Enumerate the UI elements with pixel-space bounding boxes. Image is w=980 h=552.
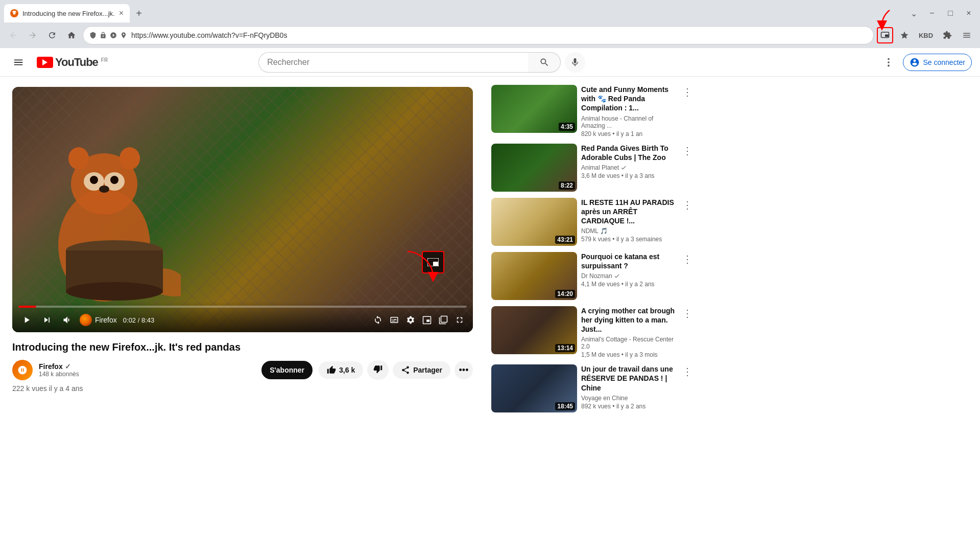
back-button[interactable]	[5, 27, 21, 43]
sidebar-video-item[interactable]: 13:14 A crying mother cat brough her dyi…	[491, 306, 694, 359]
autoplay-button[interactable]	[371, 313, 385, 327]
video-player[interactable]: Firefox 0:02 / 8:43	[12, 87, 473, 332]
close-window-button[interactable]: ×	[962, 6, 976, 20]
sign-in-button[interactable]: Se connecter	[903, 54, 972, 71]
navigation-bar: https://www.youtube.com/watch?v=F-nFQryD…	[0, 22, 980, 48]
home-button[interactable]	[63, 27, 80, 43]
like-button[interactable]: 3,6 k	[319, 361, 363, 379]
volume-button[interactable]	[59, 312, 76, 328]
firefox-menu-button[interactable]	[959, 27, 975, 43]
sidebar-channel-name: Voyage en Chine	[581, 395, 677, 402]
svg-point-13	[68, 147, 89, 170]
sidebar-thumbnail: 43:21	[491, 198, 577, 246]
main-content: Firefox 0:02 / 8:43	[0, 77, 980, 427]
miniplayer-button[interactable]	[420, 313, 434, 327]
svg-point-12	[99, 186, 109, 193]
sidebar-video-item[interactable]: 18:45 Un jour de travail dans une RÉSERV…	[491, 364, 694, 412]
sidebar-thumbnail: 13:14	[491, 306, 577, 354]
red-arrow-pip	[872, 8, 897, 31]
sidebar-video-info: Pourquoi ce katana est surpuissant ? Dr …	[581, 252, 677, 288]
youtube-header: YouTube FR Se connecter	[0, 48, 980, 77]
new-tab-button[interactable]: +	[132, 6, 146, 20]
sidebar-thumbnail: 18:45	[491, 364, 577, 412]
search-bar	[258, 52, 585, 73]
fullscreen-button[interactable]	[452, 313, 467, 327]
channel-info: Firefox ✓ 148 k abonnés	[39, 362, 255, 378]
video-stats: 222 k vues il y a 4 ans	[12, 384, 473, 393]
sidebar-channel-name: Dr Nozman	[581, 272, 677, 280]
reload-button[interactable]	[44, 27, 60, 43]
sidebar-video-title: Cute and Funny Moments with 🐾 Red Panda …	[581, 85, 677, 113]
bookmark-star-button[interactable]	[896, 27, 913, 43]
share-button[interactable]: Partager	[393, 361, 450, 379]
dislike-button[interactable]	[367, 360, 389, 380]
settings-button[interactable]	[403, 313, 418, 327]
search-button[interactable]	[528, 52, 561, 73]
sidebar-video-title: Red Panda Gives Birth To Adorable Cubs |…	[581, 144, 677, 162]
signin-label: Se connecter	[923, 58, 965, 66]
sidebar-more-button[interactable]: ⋮	[681, 144, 694, 158]
tab-close-button[interactable]: ×	[119, 9, 124, 17]
sidebar-more-button[interactable]: ⋮	[681, 364, 694, 379]
tab-title: Introducing the new Firefox...jk.	[22, 10, 115, 17]
sidebar-video-info: Red Panda Gives Birth To Adorable Cubs |…	[581, 144, 677, 179]
sidebar-more-button[interactable]: ⋮	[681, 252, 694, 266]
theater-button[interactable]	[436, 313, 450, 327]
browser-chrome: Introducing the new Firefox...jk. × + ⌄ …	[0, 0, 980, 48]
svg-point-10	[90, 176, 98, 184]
channel-name: Firefox ✓	[39, 362, 255, 371]
sidebar-channel-name: NDML 🎵	[581, 227, 677, 235]
minimize-button[interactable]: −	[925, 6, 939, 20]
sidebar-more-button[interactable]: ⋮	[681, 198, 694, 212]
right-controls	[371, 313, 467, 327]
keyboard-shortcut-button[interactable]: KBD	[916, 27, 936, 43]
url-text: https://www.youtube.com/watch?v=F-nFQryD…	[131, 31, 867, 39]
tab-favicon	[10, 9, 18, 17]
sidebar-video-item[interactable]: 4:35 Cute and Funny Moments with 🐾 Red P…	[491, 85, 694, 137]
like-count: 3,6 k	[339, 366, 355, 374]
youtube-logo-icon	[37, 57, 53, 68]
hamburger-menu-button[interactable]	[8, 52, 29, 73]
list-tabs-button[interactable]: ⌄	[906, 6, 921, 20]
video-controls: Firefox 0:02 / 8:43	[12, 302, 473, 332]
forward-button[interactable]	[25, 27, 41, 43]
svg-point-4	[888, 61, 890, 63]
sidebar-video-meta: 4,1 M de vues • il y a 2 ans	[581, 281, 677, 288]
address-bar[interactable]: https://www.youtube.com/watch?v=F-nFQryD…	[83, 26, 874, 44]
play-button[interactable]	[18, 312, 35, 328]
svg-point-17	[66, 282, 163, 301]
sidebar-channel-name: Animal house - Channel of Amazing ...	[581, 115, 677, 129]
sidebar-video-title: Pourquoi ce katana est surpuissant ?	[581, 252, 677, 270]
maximize-button[interactable]: □	[943, 6, 958, 20]
extensions-button[interactable]	[939, 27, 955, 43]
next-button[interactable]	[39, 312, 55, 328]
sidebar-video-item[interactable]: 14:20 Pourquoi ce katana est surpuissant…	[491, 252, 694, 300]
sidebar-video-item[interactable]: 43:21 IL RESTE 11H AU PARADIS après un A…	[491, 198, 694, 246]
microphone-button[interactable]	[565, 52, 585, 73]
stump-svg	[63, 240, 165, 302]
sidebar-video-meta: 579 k vues • il y a 3 semaines	[581, 236, 677, 243]
sidebar-video-info: Un jour de travail dans une RÉSERVE DE P…	[581, 364, 677, 410]
sidebar-more-button[interactable]: ⋮	[681, 85, 694, 99]
more-options-button[interactable]	[878, 52, 899, 73]
firefox-logo: Firefox	[80, 314, 117, 326]
firefox-logo-text: Firefox	[95, 316, 117, 324]
svg-point-14	[119, 147, 140, 170]
subtitles-button[interactable]	[387, 313, 401, 327]
channel-subscribers: 148 k abonnés	[39, 371, 255, 378]
svg-point-5	[888, 64, 890, 66]
address-bar-icons	[89, 32, 127, 39]
progress-bar[interactable]	[18, 306, 467, 308]
subscribe-button[interactable]: S'abonner	[261, 361, 313, 379]
youtube-logo-lang: FR	[101, 57, 108, 63]
active-tab[interactable]: Introducing the new Firefox...jk. ×	[4, 4, 130, 22]
verified-icon: ✓	[65, 362, 71, 371]
youtube-logo[interactable]: YouTube FR	[37, 56, 108, 69]
search-input[interactable]	[258, 52, 528, 73]
svg-point-0	[13, 12, 16, 15]
sidebar-more-button[interactable]: ⋮	[681, 306, 694, 320]
sidebar-video-item[interactable]: 8:22 Red Panda Gives Birth To Adorable C…	[491, 144, 694, 192]
more-actions-button[interactable]: •••	[455, 361, 473, 379]
sidebar-video-meta: 892 k vues • il y a 2 ans	[581, 403, 677, 410]
video-duration: 8:22	[559, 181, 575, 190]
